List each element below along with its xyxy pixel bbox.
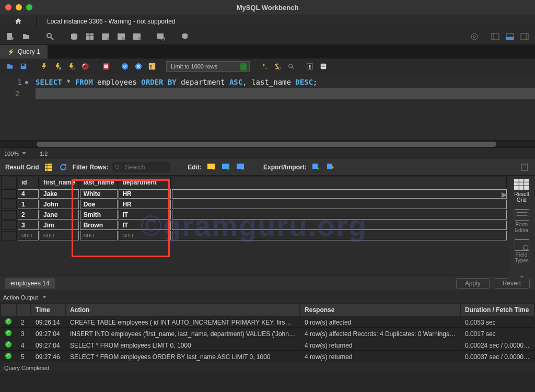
- editor-toolbar: ¶ Limit to 1000 rows ¶: [0, 59, 535, 74]
- minimize-window-button[interactable]: [16, 4, 22, 10]
- output-header[interactable]: Action Output: [0, 291, 535, 303]
- svg-rect-51: [207, 164, 215, 169]
- editor-scrollbar[interactable]: [0, 140, 535, 147]
- col-id[interactable]: id: [18, 177, 39, 188]
- reconnect-icon[interactable]: [179, 30, 191, 43]
- create-schema-icon[interactable]: [68, 30, 80, 43]
- zoom-dropdown[interactable]: 100%: [0, 151, 29, 157]
- svg-rect-45: [45, 164, 52, 171]
- edit-row-icon[interactable]: [206, 162, 216, 172]
- panel-left-icon[interactable]: [489, 30, 502, 43]
- side-form-editor[interactable]: Form Editor: [515, 209, 529, 233]
- toggle-whitespace-icon[interactable]: ¶: [146, 61, 158, 72]
- settings-icon[interactable]: [468, 30, 481, 43]
- delete-row-icon[interactable]: [235, 162, 246, 172]
- svg-rect-55: [237, 164, 244, 169]
- row-limit-dropdown[interactable]: Limit to 1000 rows: [166, 61, 250, 72]
- open-sql-icon[interactable]: [20, 30, 32, 43]
- add-row-icon[interactable]: [220, 162, 231, 172]
- output-row[interactable]: 309:27:04INSERT INTO employees (first_na…: [1, 329, 534, 339]
- output-row[interactable]: 509:27:46SELECT * FROM employees ORDER B…: [1, 352, 534, 362]
- execute-current-icon[interactable]: [52, 61, 64, 72]
- output-row[interactable]: 209:26:14CREATE TABLE employees ( id INT…: [1, 317, 534, 328]
- line-gutter: 1 2: [0, 74, 31, 140]
- close-window-button[interactable]: [5, 4, 11, 10]
- beautify-icon[interactable]: [258, 61, 270, 72]
- create-function-icon[interactable]: [131, 30, 143, 43]
- svg-rect-57: [312, 164, 318, 169]
- sql-code[interactable]: SELECT * FROM employees ORDER BY departm…: [31, 74, 535, 140]
- apply-button[interactable]: Apply: [456, 278, 490, 289]
- window-controls: [5, 4, 32, 10]
- svg-rect-65: [515, 210, 529, 221]
- import-icon[interactable]: [325, 162, 336, 172]
- query-tab[interactable]: ⚡ Query 1: [0, 45, 48, 59]
- status-ok-icon: [5, 330, 11, 336]
- inspector-icon[interactable]: [44, 30, 56, 43]
- rollback-icon[interactable]: [133, 61, 144, 72]
- query-tab-bar: ⚡ Query 1: [0, 45, 535, 59]
- output-grid: Time Action Response Duration / Fetch Ti…: [0, 303, 535, 362]
- filter-rows-label: Filter Rows:: [73, 164, 109, 171]
- save-file-icon[interactable]: [18, 61, 29, 72]
- main-toolbar: [0, 28, 535, 45]
- invisible-chars-icon[interactable]: [285, 61, 297, 72]
- zoom-window-button[interactable]: [26, 4, 32, 10]
- collapse-panel-icon[interactable]: ▶: [502, 190, 507, 199]
- export-icon[interactable]: [311, 162, 321, 172]
- new-sql-tab-icon[interactable]: [4, 30, 17, 43]
- create-table-icon[interactable]: [84, 30, 96, 43]
- stop-icon[interactable]: [79, 61, 91, 72]
- svg-line-39: [292, 67, 294, 69]
- revert-button[interactable]: Revert: [494, 278, 530, 289]
- snippets-icon[interactable]: [318, 61, 329, 72]
- side-result-grid[interactable]: Result Grid: [514, 179, 529, 203]
- output-row[interactable]: 409:27:04SELECT * FROM employees LIMIT 0…: [1, 340, 534, 351]
- svg-rect-58: [327, 164, 332, 169]
- col-last-name[interactable]: last_name: [80, 177, 118, 188]
- svg-rect-32: [104, 64, 108, 68]
- svg-point-20: [473, 36, 475, 38]
- col-department[interactable]: department: [119, 177, 171, 188]
- panel-right-icon[interactable]: [518, 30, 531, 43]
- panel-bottom-icon[interactable]: [504, 30, 516, 43]
- status-ok-icon: [5, 318, 11, 325]
- col-first-name[interactable]: first_name: [40, 177, 79, 188]
- filter-search-input[interactable]: [121, 162, 168, 172]
- search-table-data-icon[interactable]: [155, 30, 167, 43]
- wrap-cell-icon[interactable]: [519, 162, 530, 172]
- panel-more-icon[interactable]: ⌄: [519, 271, 525, 279]
- svg-text:¶: ¶: [150, 64, 153, 69]
- editor-status-bar: 100% 1:2: [0, 147, 535, 159]
- status-bar: Query Completed: [0, 362, 535, 373]
- svg-point-29: [72, 66, 75, 69]
- toggle-autocommit-icon[interactable]: [100, 61, 112, 72]
- svg-rect-59: [521, 164, 528, 170]
- find-icon[interactable]: [272, 61, 283, 72]
- edit-label: Edit:: [188, 164, 202, 171]
- connection-tab[interactable]: Local instance 3306 - Warning - not supp…: [37, 15, 186, 28]
- svg-rect-10: [107, 38, 109, 40]
- result-grid-wrap: ©gramguru.org id first_name last_name de…: [0, 176, 508, 275]
- table-row-null[interactable]: NULLNULLNULLNULL: [1, 231, 507, 240]
- sql-editor[interactable]: 1 2 SELECT * FROM employees ORDER BY dep…: [0, 74, 535, 140]
- result-grid[interactable]: id first_name last_name department 4Jake…: [0, 176, 508, 241]
- execute-icon[interactable]: [39, 61, 50, 72]
- table-row[interactable]: 1JohnDoeHR: [1, 200, 507, 209]
- lightning-icon: ⚡: [7, 49, 15, 55]
- table-row[interactable]: 4JakeWhiteHR: [1, 189, 507, 199]
- home-tab[interactable]: [0, 15, 37, 28]
- wrap-icon[interactable]: ¶: [304, 61, 316, 72]
- result-tab[interactable]: employees 14: [5, 278, 55, 289]
- refresh-icon[interactable]: [58, 162, 68, 172]
- commit-icon[interactable]: [119, 61, 131, 72]
- side-field-types[interactable]: Field Types: [515, 239, 529, 263]
- status-ok-icon: [5, 353, 11, 359]
- table-row[interactable]: 2JaneSmithIT: [1, 210, 507, 220]
- open-file-icon[interactable]: [4, 61, 16, 72]
- grid-view-icon[interactable]: [43, 162, 54, 172]
- table-row[interactable]: 3JimBrownIT: [1, 221, 507, 230]
- explain-icon[interactable]: [66, 61, 77, 72]
- create-procedure-icon[interactable]: [115, 30, 127, 43]
- create-view-icon[interactable]: [99, 30, 112, 43]
